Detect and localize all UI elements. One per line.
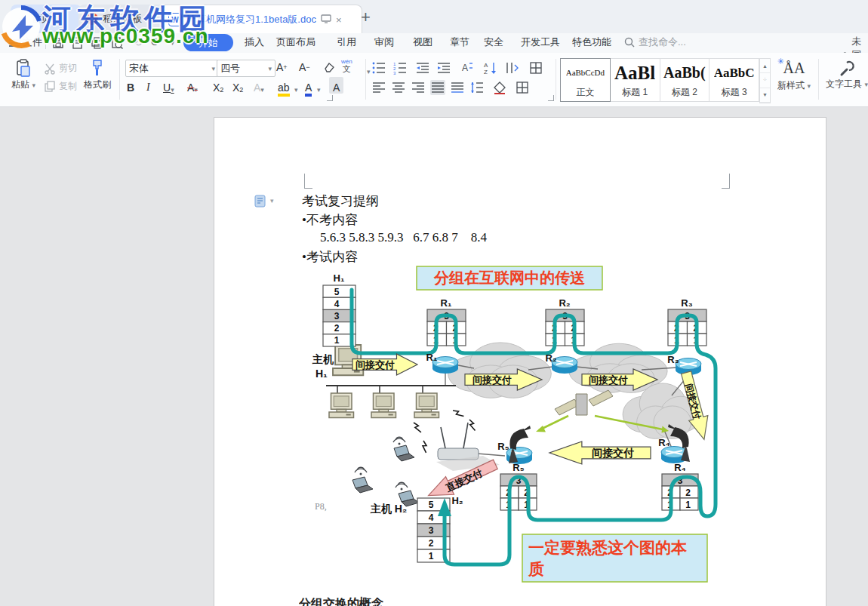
diagram-label: 2 bbox=[334, 323, 340, 334]
clear-format-button[interactable] bbox=[322, 59, 335, 75]
numbered-list-button[interactable]: 123 bbox=[392, 60, 408, 75]
text-tool-button[interactable]: 文字工具 ▾ bbox=[826, 60, 868, 91]
diagram-label: H₁ bbox=[315, 368, 328, 380]
text-direction-button[interactable]: A bbox=[459, 60, 474, 75]
doc-sections-line: 5.6.3 5.8.3 5.9.3 6.7 6.8 7 8.4 bbox=[320, 230, 487, 245]
subscript-button[interactable]: X2 bbox=[232, 77, 243, 94]
desktop-computer-icon bbox=[329, 393, 354, 418]
diagram-label: 1 bbox=[334, 335, 340, 346]
style-heading2[interactable]: AaBb( 标题 2 bbox=[660, 58, 710, 102]
decrease-indent-button[interactable] bbox=[415, 60, 430, 75]
highlight-button[interactable]: ab bbox=[278, 77, 290, 97]
menu-tab-5[interactable]: 视图 bbox=[413, 35, 432, 49]
align-center-button[interactable] bbox=[391, 80, 406, 95]
format-painter-button[interactable]: 格式刷 bbox=[80, 59, 115, 91]
paragraph-layout-icon[interactable]: ▾ bbox=[254, 194, 277, 208]
menu-tab-4[interactable]: 审阅 bbox=[374, 35, 394, 49]
diagram-label: 4 bbox=[429, 512, 434, 523]
menu-tab-1[interactable]: 插入 bbox=[245, 35, 264, 49]
diagram-label: R₂ bbox=[545, 352, 556, 364]
style-gallery-scroll[interactable]: ▲⁘▼ bbox=[759, 58, 771, 103]
network-link bbox=[477, 454, 505, 456]
diagram-label: 5 bbox=[334, 287, 340, 297]
superscript-button[interactable]: X2 bbox=[213, 77, 223, 94]
align-left-button[interactable] bbox=[371, 80, 386, 95]
justify-button[interactable] bbox=[430, 80, 445, 95]
style-heading3[interactable]: AaBbC 标题 3 bbox=[709, 58, 759, 102]
diagram-label: 间接交付 bbox=[589, 374, 628, 386]
style-scroll-up-icon: ▲ bbox=[760, 59, 770, 73]
underline-button[interactable]: U ▾ bbox=[163, 77, 174, 94]
italic-button[interactable]: I bbox=[146, 77, 150, 94]
wifi-waves-icon bbox=[393, 438, 405, 442]
copy-button[interactable]: 复制 bbox=[44, 80, 77, 93]
font-color-button[interactable]: A bbox=[305, 77, 312, 97]
cut-button[interactable]: 剪切 bbox=[44, 62, 77, 75]
wan-cloud-1 bbox=[448, 343, 552, 398]
style-heading1[interactable]: AaBl 标题 1 bbox=[611, 58, 660, 102]
style-body[interactable]: AaBbCcDd 正文 bbox=[560, 58, 611, 102]
highlight-caret-icon[interactable]: ▾ bbox=[294, 77, 298, 94]
laptop-1-icon bbox=[394, 445, 414, 461]
menu-tab-6[interactable]: 章节 bbox=[450, 35, 469, 49]
diagram-label: 直接交付 bbox=[443, 467, 484, 494]
insert-table-button[interactable] bbox=[528, 60, 543, 75]
diagram-label: H₂ bbox=[451, 495, 463, 506]
show-marks-button[interactable] bbox=[504, 60, 519, 75]
diagram-label: 3 bbox=[429, 525, 434, 536]
borders-button[interactable] bbox=[515, 80, 530, 95]
menu-tab-2[interactable]: 页面布局 bbox=[276, 35, 315, 49]
distribute-button[interactable] bbox=[450, 80, 465, 95]
bullet-list-button[interactable] bbox=[371, 60, 386, 75]
increase-indent-button[interactable] bbox=[436, 60, 451, 75]
diagram-label: R₃ bbox=[667, 354, 679, 365]
tab-close-icon[interactable]: × bbox=[336, 14, 342, 26]
align-right-button[interactable] bbox=[411, 80, 426, 95]
font-name-select[interactable]: 宋体▾ bbox=[125, 60, 219, 77]
watermark-logo-icon bbox=[0, 5, 44, 48]
style-gallery: AaBbCcDd 正文 AaBl 标题 1 AaBb( 标题 2 AaBbC 标… bbox=[560, 58, 759, 102]
text-effects-button[interactable]: A ▾ bbox=[254, 77, 264, 94]
wireless-signal-bolt bbox=[466, 420, 478, 430]
wireless-signal-bolt bbox=[419, 441, 431, 453]
font-dialog-launcher[interactable] bbox=[327, 95, 333, 101]
phonetic-caret-icon[interactable]: ▾ bbox=[367, 63, 371, 80]
menu-tab-7[interactable]: 安全 bbox=[484, 35, 503, 49]
strikethrough-button[interactable]: A ▾ bbox=[187, 77, 198, 94]
diagram-label: 一定要熟悉这个图的本 bbox=[528, 539, 688, 557]
phonetic-guide-button[interactable]: wén文 bbox=[341, 59, 352, 75]
network-diagram-figure[interactable]: 54321543213221132211322113221132211间接交付间… bbox=[300, 263, 723, 593]
menu-tab-9[interactable]: 特色功能 bbox=[572, 35, 611, 49]
diagram-label: 1 bbox=[429, 551, 434, 561]
paragraph-dialog-launcher[interactable] bbox=[548, 95, 554, 101]
eraser-icon bbox=[322, 61, 335, 73]
diagram-label: R₄ bbox=[658, 437, 670, 448]
decrease-font-button[interactable]: A− bbox=[299, 59, 310, 75]
paste-button[interactable]: 粘贴 ▾ bbox=[6, 59, 41, 91]
wireless-signal-bolt bbox=[412, 423, 423, 432]
bold-button[interactable]: B bbox=[127, 77, 134, 94]
desktop-computer-icon bbox=[371, 393, 396, 418]
menu-tab-3[interactable]: 引用 bbox=[337, 35, 356, 49]
diagram-label: 1 bbox=[685, 500, 691, 510]
diagram-label: R₃ bbox=[681, 297, 692, 309]
new-tab-button[interactable]: + bbox=[361, 8, 371, 27]
line-spacing-button[interactable] bbox=[469, 80, 485, 95]
search-icon bbox=[624, 37, 635, 48]
font-color-caret-icon[interactable]: ▾ bbox=[317, 77, 321, 94]
doc-clipped-line: 分组交换的概念 bbox=[299, 596, 383, 606]
menu-tab-8[interactable]: 开发工具 bbox=[521, 35, 560, 49]
scissors-icon bbox=[44, 63, 56, 75]
new-style-button[interactable]: ✳ÅA 新样式 ▾ bbox=[773, 60, 815, 92]
diagram-label: 间接交付 bbox=[356, 359, 395, 371]
command-search[interactable]: 查找命令... bbox=[624, 35, 686, 49]
shading-button[interactable] bbox=[492, 80, 507, 95]
diagram-label: 2 bbox=[429, 538, 434, 549]
increase-font-button[interactable]: A+ bbox=[276, 59, 288, 75]
satellite-icon bbox=[555, 390, 613, 415]
tab-monitor-icon[interactable] bbox=[321, 14, 331, 26]
sort-button[interactable]: AZ bbox=[483, 60, 498, 75]
font-size-select[interactable]: 四号▾ bbox=[217, 60, 275, 77]
char-shading-button[interactable]: A bbox=[329, 77, 343, 94]
diagram-label: R₅ bbox=[512, 462, 524, 473]
